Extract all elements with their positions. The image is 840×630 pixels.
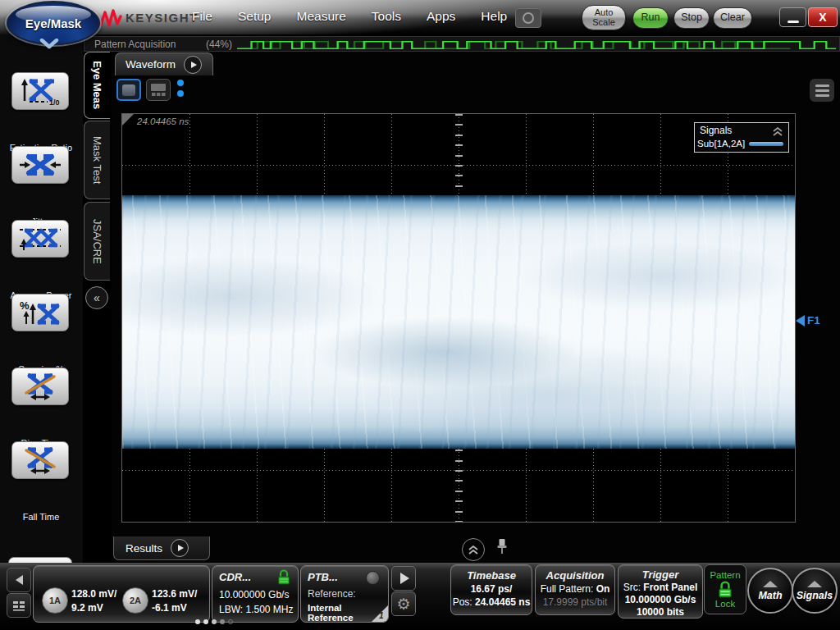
statusbar-settings-button[interactable]: ⚙ — [391, 591, 416, 616]
results-tab-play-icon[interactable] — [171, 539, 189, 557]
legend-swatch-blue — [749, 142, 783, 146]
signals-legend: Signals Sub[1A,2A] — [694, 122, 789, 153]
channel-2a-offset: -6.1 mV — [152, 602, 187, 614]
cdr-panel[interactable]: CDR... 10.000000 Gb/s LBW: 1.500 MHz — [212, 565, 299, 623]
acquisition-pts-per-bit: 17.9999 pts/bit — [536, 596, 614, 608]
trigger-rate: 10.000000 Gb/s — [619, 594, 702, 605]
tab-jsa-cre[interactable]: JSA/CRE — [84, 202, 110, 281]
signals-up-arrow-icon — [807, 581, 822, 587]
flexdca-window: KEYSIGHT File Setup Measure Tools Apps H… — [0, 0, 840, 630]
cdr-lbw: LBW: 1.500 MHz — [219, 604, 293, 615]
timebase-title: Timebase — [451, 569, 532, 582]
results-expand-button[interactable] — [462, 538, 485, 561]
rise-time-icon — [18, 372, 62, 401]
lock-icon — [276, 569, 291, 585]
grid-icon — [12, 600, 25, 611]
keysight-logo-icon — [99, 9, 122, 27]
waveform-tab-play-icon[interactable] — [184, 56, 202, 74]
eye-diagram-plot: 24.04465 ns Signals Sub[1A,2A] — [121, 113, 796, 523]
timebase-scale: 16.67 ps/ — [451, 583, 532, 595]
ptb-panel[interactable]: PTB... Reference: Internal Reference 1 — [300, 565, 389, 623]
rise-time-button[interactable] — [11, 368, 69, 405]
jitter-button[interactable] — [11, 146, 69, 184]
trigger-src-value: Front Panel — [643, 582, 697, 593]
statusbar-page-dots[interactable] — [195, 619, 233, 624]
crossing-percent-icon: % — [18, 298, 62, 327]
cdr-title: CDR... — [219, 571, 251, 583]
play-icon — [400, 573, 409, 584]
pattern-lock-icon — [717, 581, 733, 598]
tab-results[interactable]: Results — [113, 536, 210, 560]
brand-keysight: KEYSIGHT — [126, 11, 199, 25]
menu-tools[interactable]: Tools — [372, 9, 401, 24]
fall-time-icon — [18, 445, 62, 475]
view-options-dots-icon[interactable] — [177, 80, 184, 97]
crossing-button[interactable]: % — [11, 294, 69, 331]
menu-help[interactable]: Help — [481, 9, 507, 24]
pattern-lock-button[interactable]: Pattern Lock — [704, 564, 746, 614]
clear-button[interactable]: Clear — [713, 7, 752, 29]
math-button[interactable]: Math — [747, 568, 793, 614]
channels-panel[interactable]: 1A 128.0 mV/ 9.2 mV 2A 123.6 mV/ -6.1 mV — [33, 565, 210, 623]
single-view-button[interactable] — [116, 79, 141, 101]
stop-button[interactable]: Stop — [673, 7, 710, 29]
measurement-sidebar: 1/0 Extinction Ratio Jitter Average Powe… — [0, 34, 83, 563]
title-bar: KEYSIGHT File Setup Measure Tools Apps H… — [0, 0, 840, 34]
plot-corner-fold-icon — [122, 114, 134, 126]
acquisition-full-pattern-value: On — [596, 583, 610, 595]
legend-collapse-chevron-icon[interactable] — [772, 127, 783, 136]
panel-menu-button[interactable] — [810, 79, 834, 102]
minimize-button[interactable] — [779, 7, 806, 27]
acquisition-panel[interactable]: Acquisition Full Pattern: On 17.9999 pts… — [535, 564, 615, 615]
pattern-acquisition-percent: (44%) — [206, 39, 232, 50]
svg-text:1/0: 1/0 — [49, 98, 60, 106]
acquisition-title: Acquisition — [536, 569, 614, 582]
average-power-button[interactable] — [11, 220, 69, 258]
pattern-trace-icon — [237, 39, 836, 51]
ptb-reference-label: Reference: — [308, 588, 356, 600]
camera-lens — [523, 12, 534, 24]
autoscale-button[interactable]: Auto Scale — [582, 5, 626, 30]
sidebar-collapse-button[interactable]: « — [85, 286, 108, 309]
trigger-title: Trigger — [619, 568, 702, 581]
single-view-icon — [122, 84, 135, 96]
timebase-pos-label: Pos: — [453, 596, 472, 608]
svg-text:%: % — [20, 299, 30, 312]
eye-diagram-trace — [122, 195, 795, 449]
statusbar-overview-button[interactable] — [7, 593, 31, 618]
extinction-ratio-button[interactable]: 1/0 — [11, 72, 69, 110]
pattern-lock-line2: Lock — [715, 599, 735, 609]
menu-setup[interactable]: Setup — [238, 9, 272, 24]
split-view-button[interactable] — [146, 79, 171, 101]
fall-time-button[interactable] — [11, 441, 69, 479]
plot-timebase-position-label: 24.04465 ns — [137, 116, 189, 126]
close-button[interactable]: X — [808, 7, 838, 27]
menu-measure[interactable]: Measure — [297, 9, 346, 24]
ptb-title: PTB... — [308, 571, 338, 583]
acquisition-full-pattern-label: Full Pattern: — [541, 583, 594, 595]
timebase-panel[interactable]: Timebase 16.67 ps/ Pos: 24.04465 ns — [450, 564, 532, 615]
menu-file[interactable]: File — [192, 9, 212, 24]
statusbar-prev-button[interactable] — [7, 568, 31, 592]
channel-1a-badge: 1A — [42, 587, 68, 614]
legend-title: Signals — [700, 125, 732, 136]
channel-1a-scale: 128.0 mV/ — [71, 588, 116, 600]
chevron-down-icon[interactable] — [39, 39, 60, 49]
split-view-icon — [150, 83, 167, 97]
channel-1a-offset: 9.2 mV — [71, 602, 103, 614]
trigger-bits: 10000 bits — [619, 606, 702, 618]
run-button[interactable]: Run — [632, 7, 669, 29]
tab-waveform[interactable]: Waveform — [115, 52, 213, 75]
signals-button[interactable]: Signals — [792, 568, 838, 614]
menu-apps[interactable]: Apps — [427, 9, 455, 24]
hamburger-icon — [815, 84, 829, 87]
f1-function-marker[interactable]: F1 — [796, 314, 820, 326]
screenshot-camera-icon[interactable] — [515, 8, 541, 28]
timebase-pos-value: 24.04465 ns — [475, 596, 530, 608]
fall-time-label: Fall Time — [0, 512, 82, 522]
tab-mask-test[interactable]: Mask Test — [84, 121, 110, 199]
statusbar-play-button[interactable] — [391, 566, 416, 591]
trigger-panel[interactable]: Trigger Src: Front Panel 10.000000 Gb/s … — [618, 564, 703, 619]
pin-icon[interactable] — [495, 538, 509, 555]
tab-eye-meas[interactable]: Eye Meas — [84, 52, 110, 119]
